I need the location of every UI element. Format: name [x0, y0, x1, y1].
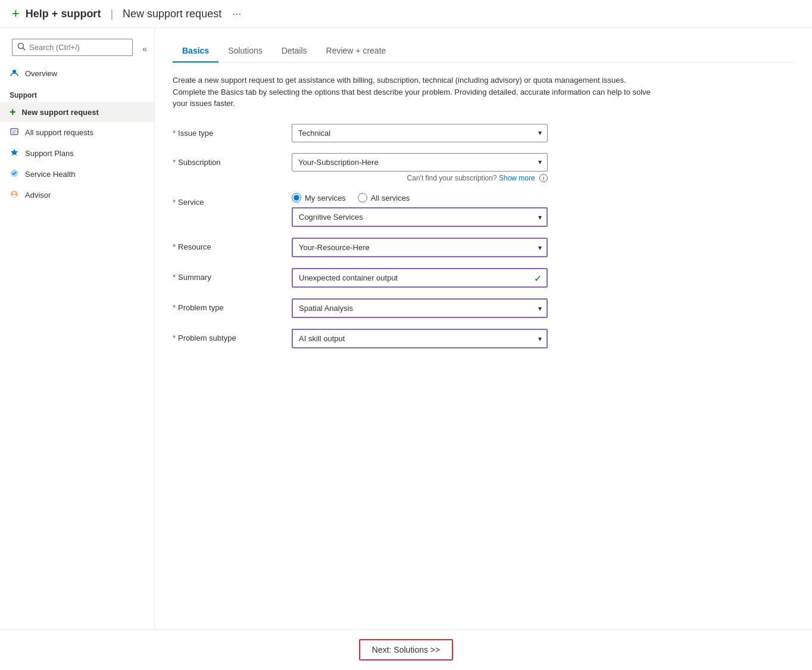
svg-line-1 [23, 48, 26, 51]
sidebar-item-label: New support request [22, 108, 99, 117]
header-divider: | [110, 8, 113, 20]
service-label: *Service [173, 193, 292, 207]
advisor-icon [10, 189, 19, 201]
cant-find-subscription: Can't find your subscription? Show more … [292, 174, 548, 183]
problem-subtype-select[interactable]: AI skill output [292, 329, 548, 348]
service-control: My services All services Cognitive Servi… [292, 193, 548, 227]
resource-select-wrapper: Your-Resource-Here ▾ [292, 238, 548, 257]
info-icon[interactable]: i [539, 174, 548, 182]
resource-select[interactable]: Your-Resource-Here [292, 238, 548, 257]
all-requests-icon [10, 127, 19, 138]
new-request-icon: + [10, 107, 16, 117]
page-subtitle: New support request [123, 8, 221, 20]
service-select[interactable]: Cognitive Services Other [292, 207, 548, 227]
page-footer: Next: Solutions >> [0, 629, 812, 670]
show-more-link[interactable]: Show more [499, 174, 535, 182]
service-row: *Service My services All services [173, 193, 708, 227]
subscription-label: *Subscription [173, 153, 292, 167]
issue-type-label: *Issue type [173, 124, 292, 138]
svg-point-5 [13, 192, 15, 194]
form-description: Create a new support request to get assi… [173, 74, 661, 110]
problem-subtype-select-wrapper: AI skill output ▾ [292, 329, 548, 348]
tab-solutions[interactable]: Solutions [218, 40, 272, 63]
sidebar-item-label: Support Plans [25, 149, 74, 158]
summary-label: *Summary [173, 268, 292, 282]
tab-bar: Basics Solutions Details Review + create [173, 40, 794, 63]
support-request-form: *Issue type Technical Billing Subscripti… [173, 124, 794, 349]
app-title: Help + support [26, 8, 101, 20]
issue-type-row: *Issue type Technical Billing Subscripti… [173, 124, 708, 142]
service-select-wrapper: Cognitive Services Other ▾ [292, 207, 548, 227]
all-services-option[interactable]: All services [358, 193, 410, 202]
search-input[interactable] [29, 43, 127, 52]
checkmark-icon: ✓ [534, 272, 542, 283]
tab-details[interactable]: Details [272, 40, 317, 63]
my-services-radio[interactable] [292, 193, 301, 202]
description-line2: Complete the Basics tab by selecting the… [173, 88, 651, 108]
problem-type-select[interactable]: Spatial Analysis [292, 298, 548, 318]
sidebar-item-new-support-request[interactable]: + New support request [0, 102, 154, 122]
more-options-icon[interactable]: ··· [232, 8, 241, 20]
issue-type-select[interactable]: Technical Billing Subscription Quota [292, 124, 548, 142]
sidebar-item-support-plans[interactable]: Support Plans [0, 143, 154, 164]
summary-input-wrapper: ✓ [292, 268, 548, 288]
subscription-select-wrapper: Your-Subscription-Here ▾ [292, 153, 548, 172]
main-layout: « Overview Support + New support request [0, 28, 812, 629]
description-line1: Create a new support request to get assi… [173, 76, 626, 85]
search-icon [17, 42, 26, 52]
required-indicator: * [173, 334, 176, 342]
sidebar-item-advisor[interactable]: Advisor [0, 185, 154, 205]
problem-type-control: Spatial Analysis ▾ [292, 298, 548, 318]
sidebar-item-label: Advisor [25, 191, 51, 200]
sidebar-item-label: All support requests [25, 128, 93, 137]
resource-control: Your-Resource-Here ▾ [292, 238, 548, 257]
tab-basics[interactable]: Basics [173, 40, 218, 63]
search-box[interactable] [12, 39, 133, 56]
required-indicator: * [173, 158, 176, 167]
tab-review-create[interactable]: Review + create [317, 40, 396, 63]
required-indicator: * [173, 303, 176, 312]
page-header: + Help + support | New support request ·… [0, 0, 812, 28]
sidebar-item-overview[interactable]: Overview [0, 63, 154, 84]
sidebar: « Overview Support + New support request [0, 28, 155, 629]
overview-icon [10, 68, 19, 79]
problem-subtype-label: *Problem subtype [173, 329, 292, 342]
issue-type-select-wrapper: Technical Billing Subscription Quota ▾ [292, 124, 548, 142]
support-plans-icon [10, 148, 19, 159]
main-content: Basics Solutions Details Review + create… [155, 28, 812, 629]
all-services-radio[interactable] [358, 193, 367, 202]
required-indicator: * [173, 273, 176, 282]
sidebar-item-label: Overview [25, 69, 57, 78]
problem-subtype-control: AI skill output ▾ [292, 329, 548, 348]
sidebar-section-support: Support [0, 84, 154, 102]
problem-type-row: *Problem type Spatial Analysis ▾ [173, 298, 708, 318]
summary-input[interactable] [292, 268, 548, 288]
service-health-icon [10, 169, 19, 180]
subscription-row: *Subscription Your-Subscription-Here ▾ C… [173, 153, 708, 183]
summary-control: ✓ [292, 268, 548, 288]
subscription-control: Your-Subscription-Here ▾ Can't find your… [292, 153, 548, 183]
sidebar-item-all-support-requests[interactable]: All support requests [0, 122, 154, 143]
subscription-select[interactable]: Your-Subscription-Here [292, 153, 548, 172]
service-radio-group: My services All services [292, 193, 548, 202]
resource-row: *Resource Your-Resource-Here ▾ [173, 238, 708, 257]
svg-point-2 [13, 70, 16, 73]
problem-subtype-row: *Problem subtype AI skill output ▾ [173, 329, 708, 348]
required-indicator: * [173, 198, 176, 207]
all-services-label: All services [371, 194, 410, 202]
sidebar-item-label: Service Health [25, 170, 76, 179]
my-services-label: My services [305, 194, 346, 202]
problem-type-select-wrapper: Spatial Analysis ▾ [292, 298, 548, 318]
my-services-option[interactable]: My services [292, 193, 346, 202]
sidebar-item-service-health[interactable]: Service Health [0, 164, 154, 185]
required-indicator: * [173, 129, 176, 138]
required-indicator: * [173, 242, 176, 251]
summary-row: *Summary ✓ [173, 268, 708, 288]
next-solutions-button[interactable]: Next: Solutions >> [359, 639, 453, 660]
plus-icon: + [12, 7, 20, 20]
collapse-sidebar-button[interactable]: « [140, 42, 149, 56]
svg-rect-3 [11, 129, 18, 135]
issue-type-control: Technical Billing Subscription Quota ▾ [292, 124, 548, 142]
resource-label: *Resource [173, 238, 292, 251]
problem-type-label: *Problem type [173, 298, 292, 312]
